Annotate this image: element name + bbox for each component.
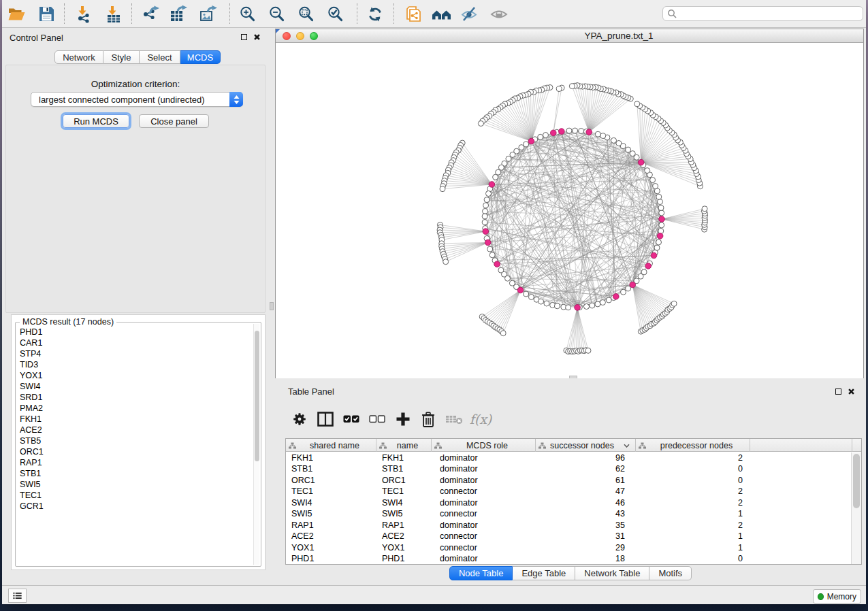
cell-name: ORC1 — [382, 475, 430, 486]
table-row-ACE2[interactable]: ACE2ACE2connector311 — [286, 531, 851, 542]
table-scrollbar[interactable] — [851, 452, 861, 564]
table-row-YOX1[interactable]: YOX1YOX1connector291 — [286, 542, 851, 554]
control-panel-tab-mcds[interactable]: MCDS — [180, 50, 221, 64]
show-all-button[interactable] — [487, 3, 511, 25]
zoom-out-icon — [268, 5, 286, 23]
export-network-button[interactable] — [139, 3, 162, 25]
table-row-SWI5[interactable]: SWI5SWI5connector431 — [286, 508, 851, 520]
hide-selected-button[interactable] — [458, 3, 481, 25]
control-panel-tab-network[interactable]: Network — [54, 50, 103, 64]
function-builder-button[interactable]: f(x) — [469, 408, 492, 430]
zoom-fit-icon — [298, 5, 315, 23]
cell-predecessor_nodes: 0 — [636, 463, 743, 475]
mcds-result-item[interactable]: PHD1 — [17, 327, 253, 337]
delete-table-button[interactable] — [443, 408, 466, 430]
criterion-select[interactable]: largest connected component (undirected) — [31, 92, 243, 107]
optimization-criterion-label: Optimization criterion: — [2, 79, 269, 89]
zoom-in-icon — [239, 5, 257, 23]
mcds-result-item[interactable]: STB1 — [17, 468, 253, 479]
float-table-panel-icon[interactable] — [835, 389, 841, 395]
search-input[interactable] — [677, 9, 858, 18]
mcds-result-item[interactable]: RAP1 — [17, 457, 253, 468]
mcds-result-item[interactable]: TID3 — [17, 359, 253, 370]
close-table-panel-icon[interactable] — [848, 388, 855, 395]
table-tab-edge-table[interactable]: Edge Table — [513, 566, 575, 580]
import-table-button[interactable] — [102, 3, 125, 25]
table-tab-node-table[interactable]: Node Table — [449, 566, 513, 580]
mcds-result-item[interactable]: STB5 — [17, 435, 253, 446]
table-tab-network-table[interactable]: Network Table — [575, 566, 649, 580]
export-table-button[interactable] — [167, 3, 190, 25]
network-window-title: YPA_prune.txt_1 — [276, 31, 863, 41]
clone-network-button[interactable] — [401, 3, 424, 25]
split-columns-button[interactable] — [314, 408, 337, 430]
zoom-selected-button[interactable] — [324, 3, 347, 25]
mcds-result-item[interactable]: YOX1 — [17, 370, 253, 381]
open-session-button[interactable] — [5, 3, 28, 25]
clear-checkboxes-button[interactable] — [366, 408, 389, 430]
table-row-ORC1[interactable]: ORC1ORC1dominator610 — [286, 475, 851, 486]
control-panel-tab-select[interactable]: Select — [140, 50, 180, 64]
control-panel-tab-style[interactable]: Style — [103, 50, 140, 64]
network-canvas[interactable] — [276, 44, 863, 378]
mcds-result-item[interactable]: SWI4 — [17, 381, 253, 392]
gear-icon — [292, 412, 307, 427]
close-panel-button[interactable]: Close panel — [139, 114, 209, 128]
memory-button[interactable]: Memory — [813, 589, 861, 604]
column-header-predecessor-nodes[interactable]: predecessor nodes — [636, 439, 750, 452]
mcds-result-item[interactable]: SRD1 — [17, 392, 253, 403]
select-all-checkboxes-button[interactable] — [340, 408, 363, 430]
column-type-icon — [379, 442, 387, 449]
table-row-PHD1[interactable]: PHD1PHD1dominator180 — [286, 553, 851, 564]
table-scrollbar-thumb[interactable] — [853, 454, 860, 508]
task-history-button[interactable] — [8, 589, 27, 603]
mcds-result-item[interactable]: ACE2 — [17, 425, 253, 435]
mcds-result-item[interactable]: GCR1 — [17, 501, 253, 512]
memory-label: Memory — [827, 592, 856, 601]
import-network-button[interactable] — [72, 3, 95, 25]
mcds-result-item[interactable]: ORC1 — [17, 446, 253, 457]
splitter-grip-icon[interactable] — [270, 302, 274, 310]
table-row-STB1[interactable]: STB1STB1dominator620 — [286, 463, 851, 475]
refresh-layout-button[interactable] — [364, 3, 387, 25]
mcds-result-item[interactable]: TEC1 — [17, 490, 253, 501]
table-row-TEC1[interactable]: TEC1TEC1connector472 — [286, 486, 851, 497]
mcds-scrollbar-thumb[interactable] — [255, 331, 259, 461]
save-session-button[interactable] — [35, 3, 58, 25]
column-header-MCDS-role[interactable]: MCDS role — [432, 439, 536, 452]
zoom-in-button[interactable] — [236, 3, 259, 25]
delete-column-button[interactable] — [417, 408, 440, 430]
zoom-out-button[interactable] — [266, 3, 289, 25]
table-row-RAP1[interactable]: RAP1RAP1dominator352 — [286, 520, 851, 531]
zoom-fit-button[interactable] — [295, 3, 318, 25]
vertical-splitter[interactable] — [269, 28, 275, 585]
export-network-icon — [142, 5, 160, 23]
criterion-select-value: largest connected component (undirected) — [31, 95, 229, 105]
table-row-SWI4[interactable]: SWI4SWI4dominator462 — [286, 497, 851, 509]
mcds-result-panel: MCDS result (17 nodes) PHD1CAR1STP4TID3Y… — [11, 314, 266, 570]
table-settings-button[interactable] — [288, 408, 311, 430]
control-panel-header: Control Panel — [2, 28, 269, 46]
mcds-result-item[interactable]: FKH1 — [17, 414, 253, 425]
mcds-result-item[interactable]: SWI5 — [17, 479, 253, 490]
close-panel-icon[interactable] — [253, 33, 261, 41]
mcds-result-item[interactable]: CAR1 — [17, 337, 253, 348]
table-row-FKH1[interactable]: FKH1FKH1dominator962 — [286, 452, 851, 464]
table-tab-motifs[interactable]: Motifs — [649, 566, 692, 580]
column-header-shared-name[interactable]: shared name — [286, 439, 376, 452]
mcds-result-item[interactable]: STP4 — [17, 348, 253, 359]
run-mcds-button[interactable]: Run MCDS — [63, 114, 129, 128]
network-window-titlebar[interactable]: YPA_prune.txt_1 — [276, 29, 863, 43]
mcds-result-item[interactable]: PMA2 — [17, 403, 253, 414]
export-image-button[interactable] — [197, 3, 220, 25]
column-header-name[interactable]: name — [376, 439, 432, 452]
mcds-list-scrollbar[interactable] — [253, 324, 259, 565]
first-neighbors-button[interactable] — [430, 3, 453, 25]
toolbar-separator — [229, 3, 230, 24]
cell-predecessor_nodes: 1 — [636, 542, 743, 554]
add-column-button[interactable] — [391, 408, 415, 430]
float-panel-icon[interactable] — [241, 34, 247, 40]
save-icon — [38, 5, 55, 22]
clone-network-icon — [404, 5, 421, 23]
column-header-successor-nodes[interactable]: successor nodes — [536, 439, 636, 452]
